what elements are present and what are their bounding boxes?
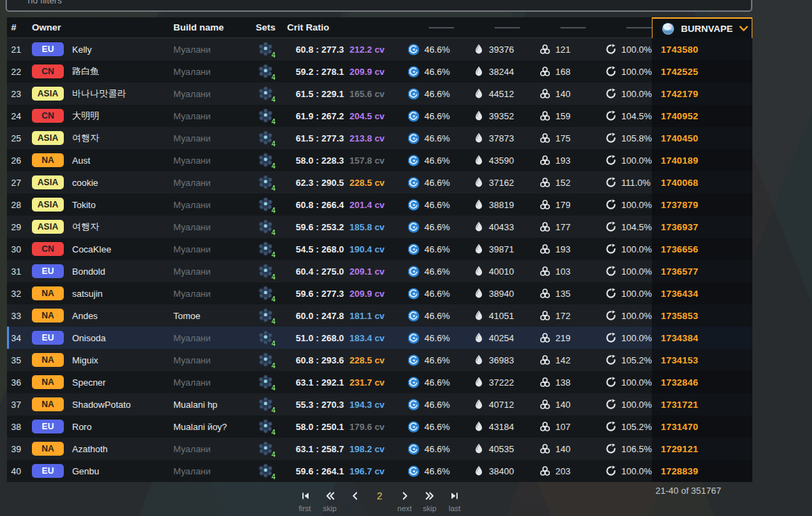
leaderboard-score: 1743580 — [661, 44, 698, 55]
rank-number: 22 — [11, 67, 21, 77]
header-er-sort[interactable] — [586, 17, 652, 37]
elemental-mastery-icon — [539, 132, 551, 144]
region-badge: CN — [32, 109, 64, 123]
hydro-icon — [408, 199, 420, 211]
crit-ratio-value: 59.6 : 277.3 — [280, 289, 344, 299]
er-value: 104.5% — [621, 222, 652, 232]
elemental-mastery-icon — [539, 421, 551, 432]
table-row[interactable]: 24 CN 大明明 Муалани 4 61.9 — [7, 105, 752, 127]
pagination-skip-forward-button[interactable]: skip — [422, 491, 438, 513]
pagination-last-button[interactable]: last — [447, 491, 463, 513]
set-piece-count: 4 — [271, 207, 275, 214]
region-badge: ASIA — [32, 175, 64, 189]
table-row[interactable]: 30 CN CocaKlee Муалани 4 — [7, 238, 752, 260]
em-value: 135 — [555, 289, 571, 299]
set-piece-count: 4 — [271, 406, 275, 414]
next-icon — [400, 491, 410, 501]
hydro-dmg-value: 46.6% — [424, 222, 450, 232]
elemental-mastery-icon — [539, 465, 551, 476]
region-badge: EU — [32, 264, 64, 278]
hp-value: 40535 — [489, 444, 514, 454]
crit-ratio-value: 63.1 : 292.1 — [280, 377, 344, 388]
er-value: 100.0% — [621, 399, 652, 410]
hp-value: 38940 — [489, 289, 514, 299]
hydro-icon — [408, 44, 420, 55]
header-burnvape-sort[interactable]: BURNVAPE — [652, 17, 752, 38]
region-badge: ASIA — [32, 198, 64, 212]
table-body: 21 EU Kelly Муалани 4 60. — [7, 38, 752, 482]
energy-recharge-icon — [605, 199, 616, 210]
hydro-icon — [408, 132, 420, 144]
sort-placeholder-dash — [429, 27, 454, 28]
em-value: 177 — [555, 222, 571, 232]
table-row[interactable]: 33 NA Andes Tomoe 4 60.0 — [7, 304, 752, 327]
hydro-icon — [408, 421, 420, 433]
crit-value: 213.8 cv — [349, 133, 385, 144]
crit-value: 179.6 cv — [349, 422, 385, 432]
header-hydro-dmg-sort[interactable] — [388, 17, 454, 37]
hydro-icon — [408, 354, 420, 366]
table-row[interactable]: 40 EU Genbu Муалани 4 59. — [7, 460, 752, 482]
header-hp-sort[interactable] — [454, 17, 520, 37]
em-value: 140 — [555, 444, 571, 454]
header-sets: Sets — [251, 17, 280, 37]
leaderboard-score: 1736434 — [661, 289, 698, 299]
table-row[interactable]: 39 NA Azathoth Муалани 4 — [7, 438, 752, 460]
pagination-next-button[interactable]: next — [397, 491, 413, 513]
owner-name: 路白鱼 — [72, 65, 99, 78]
table-row[interactable]: 31 EU Bondold Муалани 4 6 — [7, 260, 752, 282]
set-piece-count: 4 — [271, 118, 275, 126]
crit-ratio-value: 58.0 : 250.1 — [280, 422, 344, 432]
table-row[interactable]: 28 ASIA Tokito Муалани 4 — [7, 194, 752, 216]
pagination-skip-back-button[interactable]: skip — [322, 491, 338, 513]
table-row[interactable]: 32 NA satsujin Муалани 4 — [7, 282, 752, 304]
hydro-icon — [408, 377, 420, 388]
crit-value: 198.2 cv — [349, 444, 385, 454]
filter-bar[interactable]: no filters — [6, 0, 752, 12]
hydro-dmg-value: 46.6% — [424, 200, 450, 210]
table-row[interactable]: 29 ASIA 여행자 Муалани 4 59. — [7, 216, 752, 238]
pagination-current-page[interactable]: 2 — [372, 491, 388, 513]
table-row[interactable]: 38 EU Roro Mualani йоу? 4 — [7, 415, 752, 438]
region-badge: NA — [32, 153, 64, 167]
crit-value: 231.7 cv — [349, 377, 385, 388]
rank-number: 25 — [11, 133, 21, 144]
table-row[interactable]: 35 NA Miguix Муалани 4 60 — [7, 349, 752, 371]
header-em-sort[interactable] — [520, 17, 586, 37]
pagination-first-button[interactable]: first — [297, 491, 313, 513]
set-piece-count: 4 — [271, 451, 275, 458]
table-row[interactable]: 25 ASIA 여행자 Муалани 4 61. — [7, 127, 752, 149]
table-row[interactable]: 37 NA ShadowPotato Mualani hp 4 — [7, 393, 752, 415]
rank-number: 37 — [11, 399, 21, 410]
table-row[interactable]: 34 EU Onisoda Муалани 4 5 — [7, 327, 752, 349]
table-row[interactable]: 27 ASIA cookie Муалани 4 — [7, 171, 752, 194]
hp-icon — [474, 288, 484, 299]
leaderboard-score: 1735853 — [661, 311, 698, 321]
leaderboard-score: 1740068 — [661, 178, 698, 188]
artifact-set-icon: 4 — [258, 463, 273, 479]
table-row[interactable]: 26 NA Aust Муалани 4 58.0 — [7, 149, 752, 171]
region-badge: EU — [32, 464, 64, 478]
hp-value: 40433 — [489, 222, 514, 232]
leaderboard-score: 1734384 — [661, 333, 698, 343]
table-row[interactable]: 22 CN 路白鱼 Муалани 4 59.2 — [7, 60, 752, 83]
hp-icon — [474, 421, 484, 432]
sort-placeholder-dash — [494, 27, 520, 28]
energy-recharge-icon — [605, 354, 616, 366]
table-row[interactable]: 21 EU Kelly Муалани 4 60. — [7, 38, 752, 60]
table-row[interactable]: 36 NA Specner Муалани 4 6 — [7, 371, 752, 393]
pagination-back-button[interactable] — [347, 491, 363, 513]
crit-value: 181.1 cv — [349, 311, 385, 321]
last-page-icon — [450, 491, 460, 501]
em-value: 140 — [555, 89, 571, 99]
build-name: Муалани — [173, 377, 211, 388]
hydro-icon — [408, 243, 420, 255]
build-name: Муалани — [173, 289, 211, 299]
hydro-icon — [408, 399, 420, 411]
energy-recharge-icon — [605, 66, 616, 77]
region-badge: ASIA — [32, 131, 64, 145]
hp-icon — [474, 88, 484, 99]
table-row[interactable]: 23 ASIA 바나나맛콜라 Муалани 4 — [7, 83, 752, 105]
er-value: 100.0% — [621, 311, 652, 321]
hydro-dmg-value: 46.6% — [424, 466, 450, 476]
